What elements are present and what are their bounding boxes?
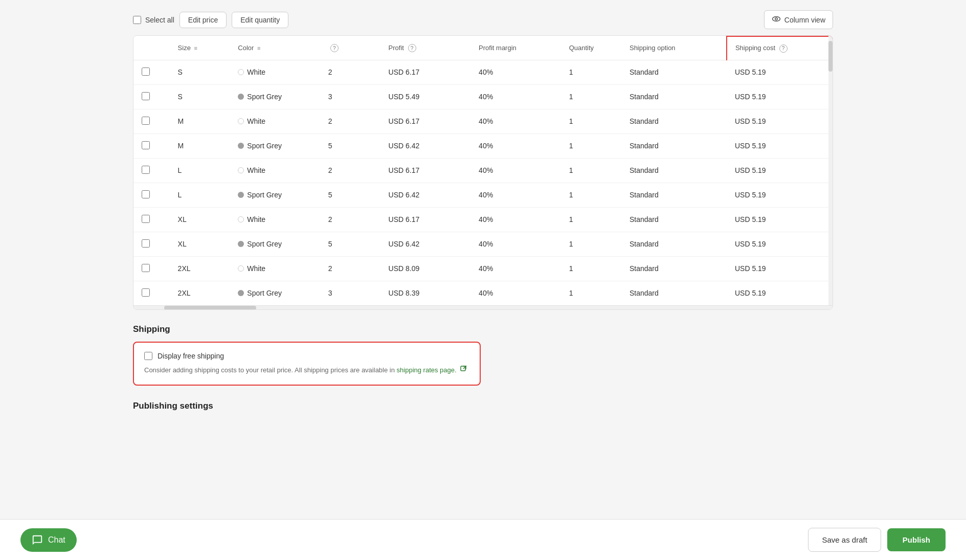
vertical-scrollbar-thumb[interactable] [828,41,833,72]
edit-quantity-button[interactable]: Edit quantity [232,12,288,28]
row-shipping-option: Standard [621,109,727,133]
bottom-bar: Chat Save as draft Publish [0,519,966,560]
row-checkbox-cell [133,281,170,305]
row-price: 3 [320,84,380,109]
th-profit-margin: Profit margin [470,36,561,60]
row-checkbox[interactable] [142,141,150,149]
profit-help-icon[interactable]: ? [408,44,416,52]
select-all-text: Select all [145,16,174,24]
edit-price-button[interactable]: Edit price [179,12,227,28]
horizontal-scrollbar-thumb[interactable] [164,306,256,310]
external-link-icon [460,365,467,375]
row-size: L [170,158,230,183]
row-price: 2 [320,207,380,232]
chat-button[interactable]: Chat [20,528,77,552]
row-profit: USD 6.42 [380,133,471,158]
row-shipping-option: Standard [621,207,727,232]
horizontal-scrollbar[interactable] [133,305,833,309]
row-margin: 40% [470,109,561,133]
row-profit: USD 6.17 [380,109,471,133]
row-size: 2XL [170,281,230,305]
row-color: Sport Grey [230,133,320,158]
row-checkbox[interactable] [142,68,150,76]
row-checkbox[interactable] [142,166,150,174]
shipping-section-title: Shipping [133,324,833,334]
table-row: L White 2 USD 6.17 40% 1 Standard USD 5.… [133,158,832,183]
vertical-scrollbar[interactable] [828,36,833,305]
row-checkbox[interactable] [142,264,150,272]
row-size: S [170,60,230,84]
th-shipping-cost: Shipping cost ? [727,36,832,60]
th-shipping-option: Shipping option [621,36,727,60]
eye-icon [772,14,781,25]
row-size: M [170,109,230,133]
th-profit: Profit ? [380,36,471,60]
row-size: S [170,84,230,109]
row-checkbox-cell [133,232,170,256]
color-name: Sport Grey [247,191,282,199]
row-margin: 40% [470,84,561,109]
table-header-row: Size ≡ Color ≡ ? Profit ? Pr [133,36,832,60]
row-profit: USD 6.42 [380,232,471,256]
row-checkbox-cell [133,207,170,232]
color-filter-icon[interactable]: ≡ [257,45,260,51]
row-checkbox[interactable] [142,190,150,198]
shipping-box: Display free shipping Consider adding sh… [133,342,481,386]
row-shipping-cost: USD 5.19 [727,60,832,84]
shipping-rates-link[interactable]: shipping rates page. [397,366,457,374]
row-shipping-option: Standard [621,232,727,256]
row-size: M [170,133,230,158]
table-row: 2XL Sport Grey 3 USD 8.39 40% 1 Standard… [133,281,832,305]
row-checkbox-cell [133,158,170,183]
th-size: Size ≡ [170,36,230,60]
row-shipping-cost: USD 5.19 [727,281,832,305]
row-checkbox[interactable] [142,215,150,223]
th-color: Color ≡ [230,36,320,60]
row-checkbox-cell [133,183,170,207]
price-help-icon[interactable]: ? [330,44,339,52]
table-body: S White 2 USD 6.17 40% 1 Standard USD 5.… [133,60,832,305]
th-price: ? [320,36,380,60]
table-row: M White 2 USD 6.17 40% 1 Standard USD 5.… [133,109,832,133]
row-shipping-option: Standard [621,60,727,84]
row-shipping-option: Standard [621,281,727,305]
select-all-label[interactable]: Select all [133,16,174,24]
color-name: White [247,166,265,174]
row-quantity: 1 [561,207,621,232]
row-quantity: 1 [561,60,621,84]
color-swatch [238,167,244,173]
row-shipping-cost: USD 5.19 [727,256,832,281]
publish-button[interactable]: Publish [887,528,946,551]
row-shipping-cost: USD 5.19 [727,133,832,158]
free-shipping-checkbox[interactable] [144,352,152,360]
column-view-button[interactable]: Column view [764,10,833,29]
shipping-checkbox-row: Display free shipping [144,352,469,360]
row-shipping-cost: USD 5.19 [727,232,832,256]
color-name: Sport Grey [247,289,282,297]
save-as-draft-button[interactable]: Save as draft [808,528,881,552]
th-checkbox [133,36,170,60]
row-price: 2 [320,60,380,84]
row-color: White [230,60,320,84]
row-checkbox-cell [133,256,170,281]
color-swatch [238,216,244,222]
row-shipping-option: Standard [621,84,727,109]
color-swatch [238,143,244,149]
svg-point-0 [772,17,780,21]
bottom-actions: Save as draft Publish [808,528,946,552]
row-quantity: 1 [561,84,621,109]
row-checkbox[interactable] [142,288,150,297]
select-all-checkbox[interactable] [133,16,141,24]
variants-table-wrapper: Size ≡ Color ≡ ? Profit ? Pr [133,35,833,310]
row-margin: 40% [470,133,561,158]
row-profit: USD 6.17 [380,60,471,84]
row-checkbox[interactable] [142,92,150,100]
row-checkbox[interactable] [142,117,150,125]
row-checkbox[interactable] [142,239,150,248]
free-shipping-label[interactable]: Display free shipping [158,352,224,360]
row-shipping-option: Standard [621,183,727,207]
row-margin: 40% [470,60,561,84]
shipping-cost-help-icon[interactable]: ? [779,44,788,53]
color-swatch [238,94,244,100]
size-filter-icon[interactable]: ≡ [194,45,197,51]
